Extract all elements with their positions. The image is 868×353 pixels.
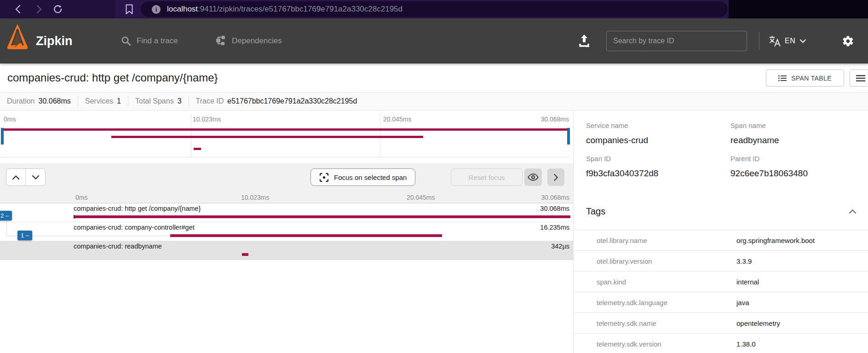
span-detail-panel: Service name companies-crud Span name re… [574, 110, 868, 353]
app-title: Zipkin [36, 18, 73, 64]
span-row-controller[interactable]: companies-crud: company-controller#get 1… [0, 222, 573, 241]
zipkin-logo-icon [6, 23, 29, 51]
nav-dependencies[interactable]: Dependencies [215, 18, 282, 64]
summary-divider [78, 96, 78, 106]
visibility-toggle-button[interactable] [524, 168, 542, 186]
minimap-span-bar [194, 148, 201, 150]
summary-divider [128, 96, 128, 106]
span-bar-zone [74, 241, 570, 260]
focus-icon [319, 173, 329, 182]
tag-row: otel.library.name org.springframework.bo… [574, 230, 868, 250]
service-name-value: companies-crud [586, 135, 648, 145]
upload-trace-icon[interactable] [577, 34, 591, 48]
bookmark-icon[interactable] [125, 4, 136, 15]
tick-label: 30.068ms [541, 191, 569, 203]
address-bar[interactable]: i localhost:9411/zipkin/traces/e51767bbc… [141, 1, 728, 17]
tick-label: 0ms [75, 191, 87, 203]
gridline [380, 113, 380, 157]
collapse-badge-root[interactable]: 2 – [0, 211, 12, 220]
summary-services: Services 1 [85, 97, 121, 105]
timeline-controls-strip: Focus on selected span Reset focus 0ms 1… [0, 163, 573, 203]
tick-label: 10.023ms [193, 110, 221, 127]
forward-icon[interactable] [33, 4, 44, 15]
tag-row: telemetry.sdk.name opentelemetry [574, 312, 868, 333]
reset-focus-button[interactable]: Reset focus [451, 168, 523, 186]
search-icon [121, 35, 132, 46]
minimap-brush-left-handle[interactable] [1, 128, 4, 145]
trace-title-row: companies-crud: http get /company/{name}… [0, 64, 868, 92]
service-name-label: Service name [586, 122, 628, 129]
hamburger-icon [856, 75, 865, 82]
parent-id-value: 92c6ee7b18063480 [730, 168, 808, 179]
span-name-label: Span name [730, 122, 766, 129]
translate-icon [769, 36, 781, 46]
back-icon[interactable] [13, 4, 24, 15]
chevron-down-icon [799, 39, 806, 43]
chevron-up-icon[interactable] [849, 209, 857, 214]
page-title: companies-crud: http get /company/{name} [7, 64, 218, 92]
span-row-readbyname-selected[interactable]: companies-crud: readbyname 342µs [0, 241, 573, 260]
nav-dependencies-label: Dependencies [232, 36, 282, 46]
summary-duration: Duration 30.068ms [7, 97, 71, 105]
collapse-badge-controller[interactable]: 1 – [17, 231, 32, 240]
span-rows: companies-crud: http get /company/{name}… [0, 203, 573, 260]
reset-focus-label: Reset focus [468, 174, 505, 181]
tag-row: telemetry.sdk.version 1.38.0 [574, 333, 868, 353]
list-icon [778, 75, 787, 81]
gridline [191, 113, 191, 157]
url-path: :9411/zipkin/traces/e51767bbc1769e791a2a… [198, 5, 402, 13]
trace-summary-bar: Duration 30.068ms Services 1 Total Spans… [0, 92, 868, 110]
tick-label: 10.023ms [241, 191, 269, 203]
tags-section-title: Tags [586, 206, 605, 217]
collapse-all-button[interactable] [6, 169, 26, 185]
span-id-label: Span ID [586, 155, 611, 162]
tick-label: 20.045ms [407, 191, 435, 203]
nav-find-label: Find a trace [137, 36, 178, 46]
dependencies-icon [215, 35, 227, 46]
span-id-value: f9b3cfa3040372d8 [586, 168, 658, 179]
next-span-button[interactable] [547, 168, 564, 186]
trace-minimap[interactable] [1, 127, 570, 157]
tag-row: span.kind internal [574, 271, 868, 292]
browser-bar-right [729, 0, 868, 18]
span-bar [74, 215, 570, 218]
minimap-tick-row: 0ms 10.023ms 20.045ms 30.068ms [0, 110, 573, 127]
focus-button-label: Focus on selected span [334, 174, 407, 181]
collapse-expand-group [6, 168, 46, 186]
tag-row: otel.library.version 3.3.9 [574, 250, 868, 271]
minimap-brush-right-handle[interactable] [567, 128, 570, 145]
trace-id-search-input[interactable] [606, 31, 747, 51]
url-host: localhost [167, 5, 198, 13]
span-bar [242, 253, 248, 256]
language-label: EN [785, 37, 795, 45]
zipkin-header: Zipkin Find a trace Dependencies EN [0, 18, 868, 64]
minimap-span-bar [111, 136, 423, 138]
span-bar-zone [74, 222, 570, 241]
focus-selected-span-button[interactable]: Focus on selected span [310, 168, 415, 186]
span-table-label: SPAN TABLE [791, 75, 832, 82]
rows-tick-row: 0ms 10.023ms 20.045ms 30.068ms [0, 191, 573, 203]
settings-gear-icon[interactable] [842, 35, 854, 47]
span-row-root[interactable]: companies-crud: http get /company/{name}… [0, 203, 573, 222]
span-bar-zone [74, 203, 570, 222]
tag-row: telemetry.sdk.language java [574, 292, 868, 312]
site-info-icon[interactable]: i [152, 5, 161, 14]
summary-trace-id: Trace ID e51767bbc1769e791a2a330c28c2195… [196, 97, 357, 105]
language-selector[interactable]: EN [769, 18, 806, 64]
nav-find-a-trace[interactable]: Find a trace [121, 18, 178, 64]
minimap-span-bar [1, 128, 570, 131]
header-divider [759, 32, 759, 50]
url-text: localhost:9411/zipkin/traces/e51767bbc17… [167, 5, 402, 14]
tick-label: 0ms [4, 110, 16, 127]
summary-total-spans: Total Spans 3 [135, 97, 182, 105]
span-bar [170, 234, 443, 237]
eye-icon [528, 173, 539, 181]
expand-all-button[interactable] [26, 169, 45, 185]
chevron-right-icon [553, 174, 558, 181]
tags-table: otel.library.name org.springframework.bo… [574, 230, 868, 353]
browser-bar: i localhost:9411/zipkin/traces/e51767bbc… [0, 0, 868, 18]
reload-icon[interactable] [52, 4, 63, 15]
tick-label: 30.068ms [541, 110, 569, 127]
span-table-button[interactable]: SPAN TABLE [766, 69, 844, 87]
layout-menu-button[interactable] [850, 69, 868, 87]
